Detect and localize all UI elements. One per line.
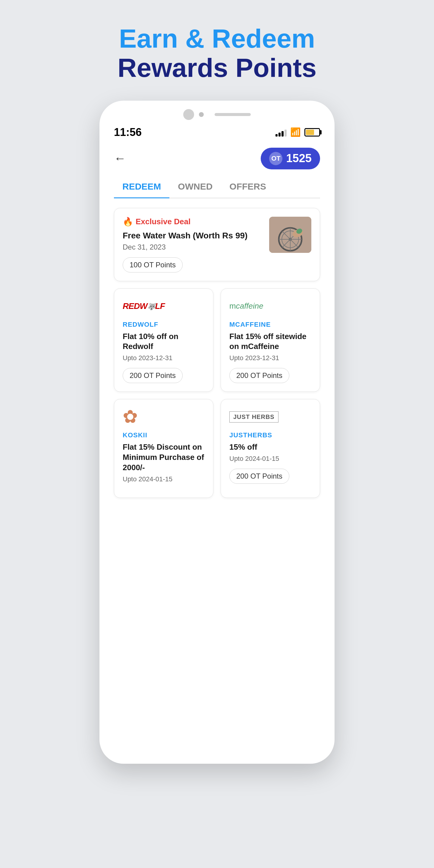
mcaffeine-card-title: Flat 15% off sitewide on mCaffeine [229,332,311,352]
points-count: 1525 [286,152,312,165]
justherbs-card-date: Upto 2024-01-15 [229,455,311,463]
mcaffeine-logo: mcaffeine [229,301,264,311]
signal-bar-2 [278,133,281,136]
koskii-logo-area: ✿ [123,408,205,426]
phone-camera [183,109,194,120]
exclusive-deal-points[interactable]: 100 OT Points [123,257,183,273]
brand-cards-grid: REDW🐺LF REDWOLF Flat 10% off on Redwolf … [114,288,320,498]
signal-icon [276,128,287,136]
phone-top-bar [99,101,335,120]
points-badge[interactable]: OT 1525 [261,148,320,169]
mcaffeine-brand-label: MCAFFEINE [229,321,311,329]
tab-redeem[interactable]: REDEEM [114,176,169,198]
hero-line2: Rewards Points [118,53,316,83]
tabs-bar: REDEEM OWNED OFFERS [114,176,320,198]
justherbs-logo-area: JUST HERBS [229,408,311,426]
exclusive-deal-title: Free Water Wash (Worth Rs 99) [123,231,263,241]
hero-line1: Earn & Redeem [118,24,316,53]
battery-icon [304,128,320,136]
hero-section: Earn & Redeem Rewards Points [118,24,316,83]
koskii-logo: ✿ [123,408,138,426]
content-area: 🔥 Exclusive Deal Free Water Wash (Worth … [99,198,335,507]
koskii-card[interactable]: ✿ KOSKII Flat 15% Discount on Minimum Pu… [114,399,213,498]
page-wrapper: Earn & Redeem Rewards Points 11:56 [0,24,434,764]
justherbs-logo: JUST HERBS [229,411,278,423]
mcaffeine-points[interactable]: 200 OT Points [229,368,289,383]
signal-bar-1 [276,134,278,136]
redwolf-logo: REDW🐺LF [123,301,165,311]
fire-icon: 🔥 [123,217,133,227]
battery-fill [306,130,314,135]
redwolf-card-title: Flat 10% off on Redwolf [123,332,205,352]
koskii-card-title: Flat 15% Discount on Minimum Purchase of… [123,442,205,472]
tab-offers[interactable]: OFFERS [221,176,275,198]
wifi-icon: 📶 [290,127,301,137]
justherbs-card-title: 15% off [229,442,311,453]
back-button[interactable]: ← [114,152,126,165]
redwolf-points[interactable]: 200 OT Points [123,368,183,383]
justherbs-card[interactable]: JUST HERBS JUSTHERBS 15% off Upto 2024-0… [221,399,320,498]
phone-frame: 11:56 📶 ← OT 1 [99,101,335,764]
status-bar: 11:56 📶 [99,120,335,142]
status-icons: 📶 [276,127,320,137]
ot-icon: OT [269,152,282,165]
exclusive-deal-image [269,217,311,253]
phone-speaker [215,113,251,116]
signal-bar-4 [284,130,287,136]
redwolf-card-date: Upto 2023-12-31 [123,354,205,362]
exclusive-label: 🔥 Exclusive Deal [123,217,263,227]
exclusive-card-content: 🔥 Exclusive Deal Free Water Wash (Worth … [123,217,263,273]
phone-dot-1 [199,112,204,117]
koskii-brand-label: KOSKII [123,431,205,439]
exclusive-text: Exclusive Deal [135,217,190,226]
justherbs-points[interactable]: 200 OT Points [229,469,289,484]
mcaffeine-logo-area: mcaffeine [229,297,311,315]
signal-bar-3 [281,131,284,136]
redwolf-brand-label: REDWOLF [123,321,205,329]
mcaffeine-card-date: Upto 2023-12-31 [229,354,311,362]
nav-header: ← OT 1525 [99,142,335,176]
koskii-card-date: Upto 2024-01-15 [123,475,205,483]
exclusive-deal-card[interactable]: 🔥 Exclusive Deal Free Water Wash (Worth … [114,208,320,281]
redwolf-card[interactable]: REDW🐺LF REDWOLF Flat 10% off on Redwolf … [114,288,213,392]
justherbs-brand-label: JUSTHERBS [229,431,311,439]
mcaffeine-card[interactable]: mcaffeine MCAFFEINE Flat 15% off sitewid… [221,288,320,392]
redwolf-logo-area: REDW🐺LF [123,297,205,315]
bike-wash-svg [269,217,311,253]
status-time: 11:56 [114,126,142,138]
tab-owned[interactable]: OWNED [169,176,221,198]
phone-dots [199,112,204,117]
exclusive-deal-date: Dec 31, 2023 [123,243,263,251]
